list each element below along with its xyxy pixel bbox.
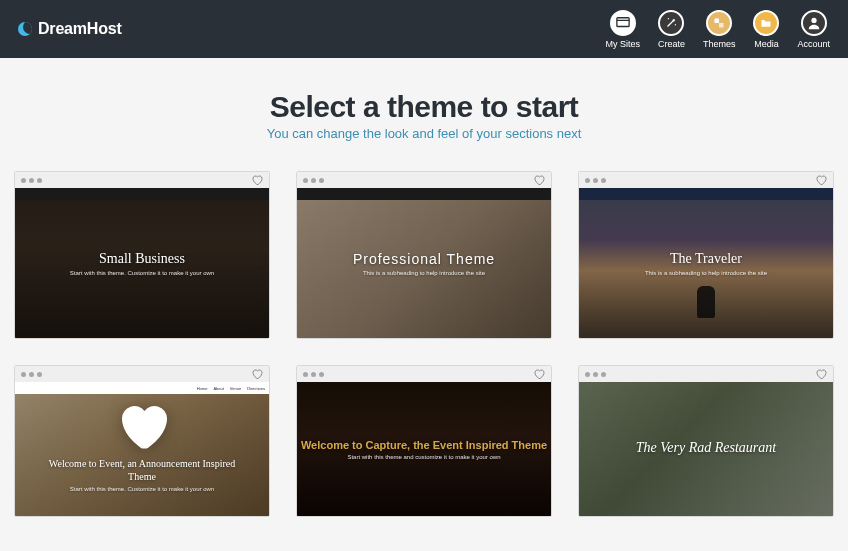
theme-card-capture[interactable]: Welcome to Capture, the Event Inspired T… [296,365,552,517]
nav-label: Account [797,39,830,49]
svg-point-5 [675,24,676,25]
favorite-button[interactable] [533,368,545,380]
theme-title: The Very Rad Restaurant [636,440,776,456]
svg-rect-7 [719,23,724,28]
window-dots [585,178,606,183]
theme-card-small-business[interactable]: Small Business Start with this theme. Cu… [14,171,270,339]
page-subtitle: You can change the look and feel of your… [0,126,848,141]
theme-card-restaurant[interactable]: The Very Rad Restaurant [578,365,834,517]
svg-rect-0 [617,17,629,26]
heart-graphic [107,396,177,456]
theme-subtitle: Start with this theme. Customize it to m… [70,270,214,276]
nav-media[interactable]: Media [753,10,779,49]
theme-card-traveler[interactable]: The Traveler This is a subheading to hel… [578,171,834,339]
theme-title: Welcome to Event, an Announcement Inspir… [15,457,269,483]
window-dots [303,178,324,183]
theme-title: The Traveler [670,251,742,267]
folder-icon [753,10,779,36]
favorite-button[interactable] [815,368,827,380]
card-chrome [579,366,833,382]
card-chrome [297,172,551,188]
topbar: DreamHost My Sites Create Themes Media [0,0,848,58]
window-dots [21,178,42,183]
theme-preview: Small Business Start with this theme. Cu… [15,188,269,338]
theme-subtitle: This is a subheading to help introduce t… [363,270,485,276]
event-mini-nav: HomeAboutVenueDirections [197,382,265,394]
nav-label: Create [658,39,685,49]
card-chrome [579,172,833,188]
theme-preview: Welcome to Capture, the Event Inspired T… [297,382,551,516]
window-dots [21,372,42,377]
nav-label: My Sites [605,39,640,49]
nav-account[interactable]: Account [797,10,830,49]
theme-grid: Small Business Start with this theme. Cu… [0,163,848,537]
theme-title: Professional Theme [353,251,495,267]
svg-point-4 [668,17,669,18]
nav-themes[interactable]: Themes [703,10,736,49]
theme-subtitle: Start with this theme and customize it t… [347,454,500,460]
nav-label: Themes [703,39,736,49]
card-chrome [297,366,551,382]
brand-text: DreamHost [38,20,122,38]
moon-icon [18,22,32,36]
theme-subtitle: Start with this theme. Customize it to m… [70,486,214,492]
card-chrome [15,366,269,382]
favorite-button[interactable] [251,368,263,380]
account-icon [801,10,827,36]
card-chrome [15,172,269,188]
top-nav: My Sites Create Themes Media Account [605,10,830,49]
theme-preview: The Traveler This is a subheading to hel… [579,188,833,338]
wand-icon [658,10,684,36]
theme-card-professional[interactable]: Professional Theme This is a subheading … [296,171,552,339]
nav-my-sites[interactable]: My Sites [605,10,640,49]
window-dots [303,372,324,377]
hero: Select a theme to start You can change t… [0,58,848,163]
window-dots [585,372,606,377]
svg-point-3 [673,19,675,21]
svg-point-8 [811,17,816,22]
theme-card-event[interactable]: HomeAboutVenueDirections Welcome to Even… [14,365,270,517]
theme-preview: Professional Theme This is a subheading … [297,188,551,338]
page-title: Select a theme to start [0,90,848,124]
brand-logo[interactable]: DreamHost [18,20,122,38]
sites-icon [610,10,636,36]
theme-subtitle: This is a subheading to help introduce t… [645,270,767,276]
theme-preview: HomeAboutVenueDirections Welcome to Even… [15,382,269,516]
favorite-button[interactable] [251,174,263,186]
themes-icon [706,10,732,36]
nav-label: Media [754,39,779,49]
svg-rect-6 [715,18,720,23]
nav-create[interactable]: Create [658,10,685,49]
theme-preview: The Very Rad Restaurant [579,382,833,516]
theme-title: Welcome to Capture, the Event Inspired T… [301,439,547,451]
theme-title: Small Business [99,251,185,267]
favorite-button[interactable] [815,174,827,186]
favorite-button[interactable] [533,174,545,186]
